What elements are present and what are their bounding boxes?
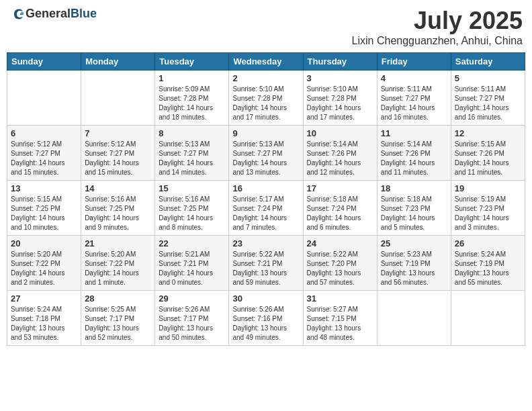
logo: GeneralBlue bbox=[9, 7, 97, 21]
calendar-cell: 16Sunrise: 5:17 AM Sunset: 7:24 PM Dayli… bbox=[229, 181, 303, 236]
calendar-cell: 19Sunrise: 5:19 AM Sunset: 7:23 PM Dayli… bbox=[451, 181, 525, 236]
day-number: 23 bbox=[232, 238, 299, 248]
day-info: Sunrise: 5:09 AM Sunset: 7:28 PM Dayligh… bbox=[159, 85, 225, 122]
day-info: Sunrise: 5:27 AM Sunset: 7:15 PM Dayligh… bbox=[307, 305, 373, 342]
day-number: 24 bbox=[307, 238, 373, 248]
day-info: Sunrise: 5:18 AM Sunset: 7:23 PM Dayligh… bbox=[381, 195, 447, 232]
day-number: 16 bbox=[232, 183, 299, 193]
calendar-cell: 24Sunrise: 5:22 AM Sunset: 7:20 PM Dayli… bbox=[303, 236, 377, 291]
day-info: Sunrise: 5:17 AM Sunset: 7:24 PM Dayligh… bbox=[232, 195, 299, 232]
day-number: 8 bbox=[159, 128, 225, 138]
calendar-week-4: 20Sunrise: 5:20 AM Sunset: 7:22 PM Dayli… bbox=[7, 236, 525, 291]
day-info: Sunrise: 5:11 AM Sunset: 7:27 PM Dayligh… bbox=[455, 85, 521, 122]
weekday-header-friday: Friday bbox=[377, 53, 451, 71]
day-info: Sunrise: 5:26 AM Sunset: 7:16 PM Dayligh… bbox=[232, 305, 299, 342]
day-info: Sunrise: 5:14 AM Sunset: 7:26 PM Dayligh… bbox=[307, 140, 373, 177]
calendar-cell bbox=[377, 291, 451, 346]
calendar-week-5: 27Sunrise: 5:24 AM Sunset: 7:18 PM Dayli… bbox=[7, 291, 525, 346]
calendar-cell: 29Sunrise: 5:26 AM Sunset: 7:17 PM Dayli… bbox=[155, 291, 229, 346]
weekday-header-tuesday: Tuesday bbox=[155, 53, 229, 71]
weekday-header-sunday: Sunday bbox=[7, 53, 81, 71]
day-info: Sunrise: 5:16 AM Sunset: 7:25 PM Dayligh… bbox=[85, 195, 151, 232]
weekday-header-thursday: Thursday bbox=[303, 53, 377, 71]
calendar-cell: 4Sunrise: 5:11 AM Sunset: 7:27 PM Daylig… bbox=[377, 71, 451, 126]
day-info: Sunrise: 5:13 AM Sunset: 7:27 PM Dayligh… bbox=[159, 140, 225, 177]
calendar-cell: 3Sunrise: 5:10 AM Sunset: 7:28 PM Daylig… bbox=[303, 71, 377, 126]
day-number: 3 bbox=[307, 73, 373, 83]
day-info: Sunrise: 5:23 AM Sunset: 7:19 PM Dayligh… bbox=[381, 250, 447, 287]
day-info: Sunrise: 5:24 AM Sunset: 7:19 PM Dayligh… bbox=[455, 250, 521, 287]
day-number: 29 bbox=[159, 293, 225, 304]
calendar-cell: 5Sunrise: 5:11 AM Sunset: 7:27 PM Daylig… bbox=[451, 71, 525, 126]
calendar-cell: 7Sunrise: 5:12 AM Sunset: 7:27 PM Daylig… bbox=[81, 126, 155, 181]
day-number: 20 bbox=[11, 238, 77, 248]
day-number: 22 bbox=[159, 238, 225, 248]
calendar-cell: 25Sunrise: 5:23 AM Sunset: 7:19 PM Dayli… bbox=[377, 236, 451, 291]
calendar-week-3: 13Sunrise: 5:15 AM Sunset: 7:25 PM Dayli… bbox=[7, 181, 525, 236]
calendar-cell: 1Sunrise: 5:09 AM Sunset: 7:28 PM Daylig… bbox=[155, 71, 229, 126]
logo-text-blue: Blue bbox=[71, 7, 97, 20]
day-number: 19 bbox=[455, 183, 521, 193]
calendar-cell: 11Sunrise: 5:14 AM Sunset: 7:26 PM Dayli… bbox=[377, 126, 451, 181]
page-header: GeneralBlue July 2025 Lixin Chengguanzhe… bbox=[7, 7, 525, 47]
weekday-header-saturday: Saturday bbox=[451, 53, 525, 71]
calendar-cell: 18Sunrise: 5:18 AM Sunset: 7:23 PM Dayli… bbox=[377, 181, 451, 236]
calendar-cell bbox=[451, 291, 525, 346]
calendar-cell: 13Sunrise: 5:15 AM Sunset: 7:25 PM Dayli… bbox=[7, 181, 81, 236]
calendar-cell: 27Sunrise: 5:24 AM Sunset: 7:18 PM Dayli… bbox=[7, 291, 81, 346]
day-number: 13 bbox=[11, 183, 77, 193]
calendar-cell: 12Sunrise: 5:15 AM Sunset: 7:26 PM Dayli… bbox=[451, 126, 525, 181]
day-info: Sunrise: 5:25 AM Sunset: 7:17 PM Dayligh… bbox=[85, 305, 151, 342]
day-info: Sunrise: 5:15 AM Sunset: 7:25 PM Dayligh… bbox=[11, 195, 77, 232]
day-number: 15 bbox=[159, 183, 225, 193]
day-info: Sunrise: 5:10 AM Sunset: 7:28 PM Dayligh… bbox=[232, 85, 299, 122]
day-number: 17 bbox=[307, 183, 373, 193]
calendar-cell: 15Sunrise: 5:16 AM Sunset: 7:25 PM Dayli… bbox=[155, 181, 229, 236]
day-info: Sunrise: 5:21 AM Sunset: 7:21 PM Dayligh… bbox=[159, 250, 225, 287]
day-number: 25 bbox=[381, 238, 447, 248]
day-info: Sunrise: 5:18 AM Sunset: 7:24 PM Dayligh… bbox=[307, 195, 373, 232]
day-number: 21 bbox=[85, 238, 151, 248]
calendar-cell: 28Sunrise: 5:25 AM Sunset: 7:17 PM Dayli… bbox=[81, 291, 155, 346]
day-info: Sunrise: 5:14 AM Sunset: 7:26 PM Dayligh… bbox=[381, 140, 447, 177]
day-number: 4 bbox=[381, 73, 447, 83]
day-number: 1 bbox=[159, 73, 225, 83]
day-number: 12 bbox=[455, 128, 521, 138]
day-number: 18 bbox=[381, 183, 447, 193]
calendar-week-2: 6Sunrise: 5:12 AM Sunset: 7:27 PM Daylig… bbox=[7, 126, 525, 181]
day-number: 10 bbox=[307, 128, 373, 138]
day-info: Sunrise: 5:26 AM Sunset: 7:17 PM Dayligh… bbox=[159, 305, 225, 342]
day-number: 7 bbox=[85, 128, 151, 138]
calendar-cell: 17Sunrise: 5:18 AM Sunset: 7:24 PM Dayli… bbox=[303, 181, 377, 236]
calendar-cell: 31Sunrise: 5:27 AM Sunset: 7:15 PM Dayli… bbox=[303, 291, 377, 346]
day-info: Sunrise: 5:20 AM Sunset: 7:22 PM Dayligh… bbox=[85, 250, 151, 287]
day-number: 30 bbox=[232, 293, 299, 304]
day-number: 6 bbox=[11, 128, 77, 138]
calendar-cell: 21Sunrise: 5:20 AM Sunset: 7:22 PM Dayli… bbox=[81, 236, 155, 291]
day-number: 14 bbox=[85, 183, 151, 193]
day-info: Sunrise: 5:12 AM Sunset: 7:27 PM Dayligh… bbox=[11, 140, 77, 177]
calendar-header-row: SundayMondayTuesdayWednesdayThursdayFrid… bbox=[7, 53, 525, 71]
day-number: 28 bbox=[85, 293, 151, 304]
calendar-cell: 2Sunrise: 5:10 AM Sunset: 7:28 PM Daylig… bbox=[229, 71, 303, 126]
day-info: Sunrise: 5:24 AM Sunset: 7:18 PM Dayligh… bbox=[11, 305, 77, 342]
calendar-cell: 20Sunrise: 5:20 AM Sunset: 7:22 PM Dayli… bbox=[7, 236, 81, 291]
calendar-cell: 23Sunrise: 5:22 AM Sunset: 7:21 PM Dayli… bbox=[229, 236, 303, 291]
calendar-cell: 14Sunrise: 5:16 AM Sunset: 7:25 PM Dayli… bbox=[81, 181, 155, 236]
day-info: Sunrise: 5:22 AM Sunset: 7:20 PM Dayligh… bbox=[307, 250, 373, 287]
month-title: July 2025 bbox=[352, 7, 523, 35]
calendar-cell bbox=[81, 71, 155, 126]
calendar-cell: 9Sunrise: 5:13 AM Sunset: 7:27 PM Daylig… bbox=[229, 126, 303, 181]
day-info: Sunrise: 5:20 AM Sunset: 7:22 PM Dayligh… bbox=[11, 250, 77, 287]
day-number: 26 bbox=[455, 238, 521, 248]
day-info: Sunrise: 5:10 AM Sunset: 7:28 PM Dayligh… bbox=[307, 85, 373, 122]
weekday-header-wednesday: Wednesday bbox=[229, 53, 303, 71]
day-number: 9 bbox=[232, 128, 299, 138]
day-number: 27 bbox=[11, 293, 77, 304]
day-number: 5 bbox=[455, 73, 521, 83]
day-info: Sunrise: 5:15 AM Sunset: 7:26 PM Dayligh… bbox=[455, 140, 521, 177]
day-info: Sunrise: 5:13 AM Sunset: 7:27 PM Dayligh… bbox=[232, 140, 299, 177]
calendar-week-1: 1Sunrise: 5:09 AM Sunset: 7:28 PM Daylig… bbox=[7, 71, 525, 126]
title-block: July 2025 Lixin Chengguanzhen, Anhui, Ch… bbox=[352, 7, 523, 47]
day-number: 2 bbox=[232, 73, 299, 83]
